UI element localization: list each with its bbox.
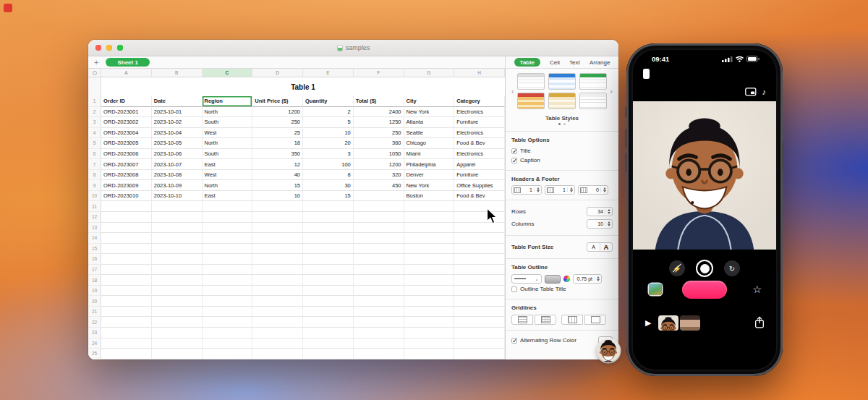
row-number-13[interactable]: 13 xyxy=(88,223,101,234)
cell-H21[interactable] xyxy=(454,307,505,318)
cell-D3[interactable]: 250 xyxy=(252,117,303,128)
cell-A3[interactable]: ORD-2023002 xyxy=(101,117,152,128)
row-number-7[interactable]: 7 xyxy=(88,159,101,170)
cell-G22[interactable] xyxy=(404,317,455,328)
row-number-24[interactable]: 24 xyxy=(88,339,101,349)
music-note-icon[interactable]: ♪ xyxy=(762,88,767,96)
cell-H3[interactable]: Furniture xyxy=(454,117,505,128)
cell-D8[interactable]: 40 xyxy=(252,170,303,181)
row-number-10[interactable]: 10 xyxy=(88,191,101,202)
cell-C19[interactable] xyxy=(203,286,253,297)
cell-B21[interactable] xyxy=(152,307,203,318)
cell-E3[interactable]: 5 xyxy=(303,117,354,128)
cell-C12[interactable] xyxy=(203,212,253,223)
cell-H24[interactable] xyxy=(454,339,505,349)
tab-table[interactable]: Table xyxy=(514,58,540,67)
cell-E4[interactable]: 10 xyxy=(303,128,354,139)
cell-H18[interactable] xyxy=(454,275,505,286)
gridlines-vertical-button[interactable] xyxy=(561,315,583,325)
cell-F9[interactable]: 450 xyxy=(354,180,404,191)
cell-A9[interactable]: ORD-2023009 xyxy=(101,180,152,191)
row-number-6[interactable]: 6 xyxy=(88,149,101,160)
cell-F10[interactable] xyxy=(354,191,404,202)
cell-C10[interactable]: East xyxy=(203,191,253,202)
cell-H19[interactable] xyxy=(454,286,505,297)
cell-C3[interactable]: South xyxy=(203,117,253,128)
cell-A25[interactable] xyxy=(101,349,152,359)
column-header-g[interactable]: G xyxy=(404,69,455,77)
cell-F5[interactable]: 360 xyxy=(354,138,404,149)
cell-E17[interactable] xyxy=(303,265,354,276)
cell-F2[interactable]: 2400 xyxy=(354,107,404,118)
table-style-thumb-6[interactable] xyxy=(579,93,607,109)
cell-A10[interactable]: ORD-2023010 xyxy=(101,191,152,202)
tab-cell[interactable]: Cell xyxy=(550,59,560,66)
cell-G25[interactable] xyxy=(404,349,455,359)
cell-H23[interactable] xyxy=(454,328,505,339)
row-number-9[interactable]: 9 xyxy=(88,180,101,191)
gridlines-horizontal-button[interactable] xyxy=(511,315,533,325)
cell-F21[interactable] xyxy=(354,307,404,318)
column-header-e[interactable]: E xyxy=(303,69,354,77)
cell-A12[interactable] xyxy=(101,212,152,223)
cell-D18[interactable] xyxy=(252,275,303,286)
cell-C5[interactable]: North xyxy=(203,138,253,149)
cell-A14[interactable] xyxy=(101,233,152,244)
cell-D20[interactable] xyxy=(252,296,303,307)
row-number-19[interactable]: 19 xyxy=(88,286,101,297)
cell-A5[interactable]: ORD-2023005 xyxy=(101,138,152,149)
cell-E12[interactable] xyxy=(303,212,354,223)
cell-A24[interactable] xyxy=(101,339,152,349)
cell-D15[interactable] xyxy=(252,244,303,255)
cell-A22[interactable] xyxy=(101,317,152,328)
column-header-c[interactable]: C xyxy=(203,69,253,77)
row-number-4[interactable]: 4 xyxy=(88,128,101,139)
cell-A18[interactable] xyxy=(101,275,152,286)
cell-E25[interactable] xyxy=(303,349,354,359)
cell-E14[interactable] xyxy=(303,233,354,244)
cell-H1[interactable]: Category xyxy=(454,96,505,107)
cell-B14[interactable] xyxy=(152,233,203,244)
cell-F4[interactable]: 250 xyxy=(354,128,404,139)
cell-D24[interactable] xyxy=(252,339,303,349)
cell-F6[interactable]: 1050 xyxy=(354,149,404,160)
pip-icon[interactable] xyxy=(745,88,757,96)
cell-D19[interactable] xyxy=(252,286,303,297)
cell-F24[interactable] xyxy=(354,339,404,349)
cell-C22[interactable] xyxy=(203,317,253,328)
cell-B15[interactable] xyxy=(152,244,203,255)
row-number-20[interactable]: 20 xyxy=(88,296,101,307)
minimize-button[interactable] xyxy=(106,45,112,51)
cell-C9[interactable]: North xyxy=(203,180,253,191)
cell-B25[interactable] xyxy=(152,349,203,359)
cell-H20[interactable] xyxy=(454,296,505,307)
row-number-15[interactable]: 15 xyxy=(88,244,101,255)
cell-H9[interactable]: Office Supplies xyxy=(454,180,505,191)
cell-D9[interactable]: 15 xyxy=(252,180,303,191)
cell-F7[interactable]: 1200 xyxy=(354,159,404,170)
recording-indicator[interactable] xyxy=(4,4,12,12)
row-number-1[interactable]: 1 xyxy=(88,96,101,107)
cell-E10[interactable]: 15 xyxy=(303,191,354,202)
flash-off-button[interactable]: ⚡ xyxy=(669,260,685,276)
tab-text[interactable]: Text xyxy=(569,59,580,66)
row-number-16[interactable]: 16 xyxy=(88,254,101,265)
cell-A2[interactable]: ORD-2023001 xyxy=(101,107,152,118)
cell-C25[interactable] xyxy=(203,349,253,359)
outline-color-well[interactable] xyxy=(545,275,561,284)
cell-D1[interactable]: Unit Price ($) xyxy=(252,96,303,107)
row-number-2[interactable]: 2 xyxy=(88,107,101,118)
cell-F18[interactable] xyxy=(354,275,404,286)
row-number-14[interactable]: 14 xyxy=(88,233,101,244)
cell-G12[interactable] xyxy=(404,212,455,223)
cell-B11[interactable] xyxy=(152,201,203,212)
cell-B3[interactable]: 2023-10-02 xyxy=(152,117,203,128)
cell-C23[interactable] xyxy=(203,328,253,339)
cell-G19[interactable] xyxy=(404,286,455,297)
cell-F23[interactable] xyxy=(354,328,404,339)
cell-C11[interactable] xyxy=(203,201,253,212)
cell-E5[interactable]: 20 xyxy=(303,138,354,149)
cell-G4[interactable]: Seattle xyxy=(404,128,455,139)
cell-A6[interactable]: ORD-2023006 xyxy=(101,149,152,160)
clip-thumbnail-2[interactable] xyxy=(680,315,700,331)
